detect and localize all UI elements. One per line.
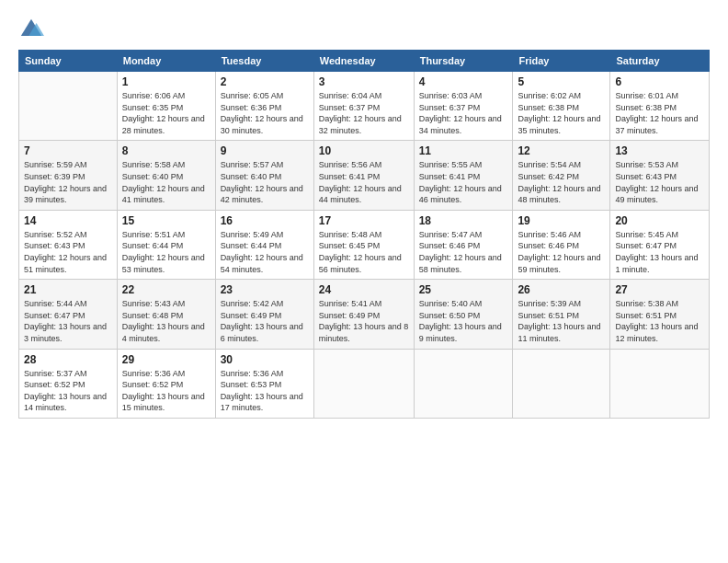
sunrise-text: Sunrise: 5:41 AM bbox=[319, 299, 382, 308]
daylight-text: Daylight: 12 hours and 46 minutes. bbox=[419, 184, 502, 205]
sunrise-text: Sunrise: 5:59 AM bbox=[24, 160, 87, 169]
sunset-text: Sunset: 6:42 PM bbox=[518, 172, 579, 181]
daylight-text: Daylight: 12 hours and 56 minutes. bbox=[319, 253, 402, 274]
day-number: 6 bbox=[615, 75, 704, 88]
day-detail: Sunrise: 5:37 AMSunset: 6:52 PMDaylight:… bbox=[24, 368, 112, 414]
sunrise-text: Sunrise: 5:47 AM bbox=[419, 230, 483, 239]
day-number: 16 bbox=[221, 214, 309, 227]
calendar-cell: 14Sunrise: 5:52 AMSunset: 6:43 PMDayligh… bbox=[19, 210, 118, 279]
sunrise-text: Sunrise: 5:51 AM bbox=[122, 230, 186, 239]
sunset-text: Sunset: 6:52 PM bbox=[122, 380, 184, 389]
day-detail: Sunrise: 5:51 AMSunset: 6:44 PMDaylight:… bbox=[122, 229, 210, 275]
day-detail: Sunrise: 5:47 AMSunset: 6:46 PMDaylight:… bbox=[419, 229, 508, 275]
sunset-text: Sunset: 6:35 PM bbox=[122, 103, 184, 112]
day-detail: Sunrise: 5:45 AMSunset: 6:47 PMDaylight:… bbox=[615, 229, 704, 275]
daylight-text: Daylight: 12 hours and 37 minutes. bbox=[615, 114, 698, 135]
calendar-week-5: 28Sunrise: 5:37 AMSunset: 6:52 PMDayligh… bbox=[19, 349, 710, 418]
day-detail: Sunrise: 5:54 AMSunset: 6:42 PMDaylight:… bbox=[518, 159, 605, 205]
day-detail: Sunrise: 5:36 AMSunset: 6:52 PMDaylight:… bbox=[122, 368, 210, 414]
day-number: 8 bbox=[122, 144, 210, 157]
calendar-cell: 10Sunrise: 5:56 AMSunset: 6:41 PMDayligh… bbox=[313, 141, 414, 210]
daylight-text: Daylight: 12 hours and 42 minutes. bbox=[221, 184, 303, 205]
day-detail: Sunrise: 6:04 AMSunset: 6:37 PMDaylight:… bbox=[319, 90, 409, 136]
day-detail: Sunrise: 5:59 AMSunset: 6:39 PMDaylight:… bbox=[24, 159, 112, 205]
sunrise-text: Sunrise: 6:04 AM bbox=[319, 91, 382, 100]
calendar-cell: 8Sunrise: 5:58 AMSunset: 6:40 PMDaylight… bbox=[117, 141, 215, 210]
calendar-cell: 22Sunrise: 5:43 AMSunset: 6:48 PMDayligh… bbox=[117, 280, 215, 349]
calendar-cell: 15Sunrise: 5:51 AMSunset: 6:44 PMDayligh… bbox=[117, 210, 215, 279]
calendar-cell bbox=[610, 349, 710, 418]
sunrise-text: Sunrise: 6:05 AM bbox=[221, 91, 284, 100]
calendar-header-tuesday: Tuesday bbox=[215, 51, 313, 72]
calendar-week-2: 7Sunrise: 5:59 AMSunset: 6:39 PMDaylight… bbox=[19, 141, 710, 210]
daylight-text: Daylight: 12 hours and 53 minutes. bbox=[122, 253, 205, 274]
sunrise-text: Sunrise: 5:58 AM bbox=[122, 160, 186, 169]
sunset-text: Sunset: 6:37 PM bbox=[419, 103, 481, 112]
calendar-cell: 3Sunrise: 6:04 AMSunset: 6:37 PMDaylight… bbox=[313, 72, 414, 141]
day-number: 17 bbox=[319, 214, 409, 227]
sunset-text: Sunset: 6:41 PM bbox=[419, 172, 481, 181]
sunset-text: Sunset: 6:40 PM bbox=[221, 172, 282, 181]
calendar-cell: 23Sunrise: 5:42 AMSunset: 6:49 PMDayligh… bbox=[215, 280, 313, 349]
daylight-text: Daylight: 12 hours and 59 minutes. bbox=[518, 253, 600, 274]
sunset-text: Sunset: 6:52 PM bbox=[24, 380, 85, 389]
sunset-text: Sunset: 6:46 PM bbox=[419, 241, 481, 250]
sunrise-text: Sunrise: 5:46 AM bbox=[518, 230, 581, 239]
page: SundayMondayTuesdayWednesdayThursdayFrid… bbox=[0, 0, 728, 563]
sunset-text: Sunset: 6:38 PM bbox=[615, 103, 677, 112]
sunrise-text: Sunrise: 5:45 AM bbox=[615, 230, 678, 239]
daylight-text: Daylight: 13 hours and 6 minutes. bbox=[221, 322, 303, 343]
sunset-text: Sunset: 6:51 PM bbox=[518, 311, 579, 320]
calendar-cell: 18Sunrise: 5:47 AMSunset: 6:46 PMDayligh… bbox=[414, 210, 513, 279]
sunrise-text: Sunrise: 5:53 AM bbox=[615, 160, 678, 169]
calendar-cell bbox=[19, 72, 118, 141]
daylight-text: Daylight: 13 hours and 8 minutes. bbox=[319, 322, 409, 343]
calendar-header-row: SundayMondayTuesdayWednesdayThursdayFrid… bbox=[19, 51, 710, 72]
sunset-text: Sunset: 6:36 PM bbox=[221, 103, 282, 112]
daylight-text: Daylight: 12 hours and 34 minutes. bbox=[419, 114, 502, 135]
day-detail: Sunrise: 5:44 AMSunset: 6:47 PMDaylight:… bbox=[24, 298, 112, 344]
calendar-cell: 7Sunrise: 5:59 AMSunset: 6:39 PMDaylight… bbox=[19, 141, 118, 210]
daylight-text: Daylight: 12 hours and 58 minutes. bbox=[419, 253, 502, 274]
calendar-cell: 21Sunrise: 5:44 AMSunset: 6:47 PMDayligh… bbox=[19, 280, 118, 349]
daylight-text: Daylight: 13 hours and 4 minutes. bbox=[122, 322, 205, 343]
calendar-cell bbox=[414, 349, 513, 418]
day-detail: Sunrise: 5:41 AMSunset: 6:49 PMDaylight:… bbox=[319, 298, 409, 344]
sunrise-text: Sunrise: 5:36 AM bbox=[221, 369, 284, 378]
sunset-text: Sunset: 6:50 PM bbox=[419, 311, 481, 320]
calendar-week-4: 21Sunrise: 5:44 AMSunset: 6:47 PMDayligh… bbox=[19, 280, 710, 349]
sunset-text: Sunset: 6:37 PM bbox=[319, 103, 381, 112]
sunrise-text: Sunrise: 5:52 AM bbox=[24, 230, 87, 239]
sunset-text: Sunset: 6:47 PM bbox=[24, 311, 85, 320]
calendar-header-friday: Friday bbox=[513, 51, 610, 72]
day-number: 1 bbox=[122, 75, 210, 88]
daylight-text: Daylight: 13 hours and 12 minutes. bbox=[615, 322, 698, 343]
day-number: 12 bbox=[518, 144, 605, 157]
calendar-header-saturday: Saturday bbox=[610, 51, 710, 72]
daylight-text: Daylight: 13 hours and 3 minutes. bbox=[24, 322, 107, 343]
daylight-text: Daylight: 12 hours and 35 minutes. bbox=[518, 114, 600, 135]
logo bbox=[18, 17, 46, 42]
calendar-cell: 4Sunrise: 6:03 AMSunset: 6:37 PMDaylight… bbox=[414, 72, 513, 141]
sunset-text: Sunset: 6:44 PM bbox=[122, 241, 184, 250]
sunrise-text: Sunrise: 5:48 AM bbox=[319, 230, 382, 239]
daylight-text: Daylight: 12 hours and 48 minutes. bbox=[518, 184, 600, 205]
sunrise-text: Sunrise: 5:42 AM bbox=[221, 299, 284, 308]
calendar-cell: 1Sunrise: 6:06 AMSunset: 6:35 PMDaylight… bbox=[117, 72, 215, 141]
calendar-cell: 25Sunrise: 5:40 AMSunset: 6:50 PMDayligh… bbox=[414, 280, 513, 349]
calendar-cell bbox=[313, 349, 414, 418]
sunset-text: Sunset: 6:49 PM bbox=[221, 311, 282, 320]
day-number: 29 bbox=[122, 353, 210, 366]
day-number: 18 bbox=[419, 214, 508, 227]
daylight-text: Daylight: 12 hours and 39 minutes. bbox=[24, 184, 107, 205]
sunrise-text: Sunrise: 6:01 AM bbox=[615, 91, 678, 100]
day-detail: Sunrise: 6:03 AMSunset: 6:37 PMDaylight:… bbox=[419, 90, 508, 136]
daylight-text: Daylight: 12 hours and 28 minutes. bbox=[122, 114, 205, 135]
day-number: 9 bbox=[221, 144, 309, 157]
calendar-cell bbox=[513, 349, 610, 418]
day-detail: Sunrise: 5:38 AMSunset: 6:51 PMDaylight:… bbox=[615, 298, 704, 344]
day-number: 2 bbox=[221, 75, 309, 88]
day-detail: Sunrise: 6:06 AMSunset: 6:35 PMDaylight:… bbox=[122, 90, 210, 136]
day-detail: Sunrise: 6:05 AMSunset: 6:36 PMDaylight:… bbox=[221, 90, 309, 136]
daylight-text: Daylight: 13 hours and 15 minutes. bbox=[122, 392, 205, 413]
